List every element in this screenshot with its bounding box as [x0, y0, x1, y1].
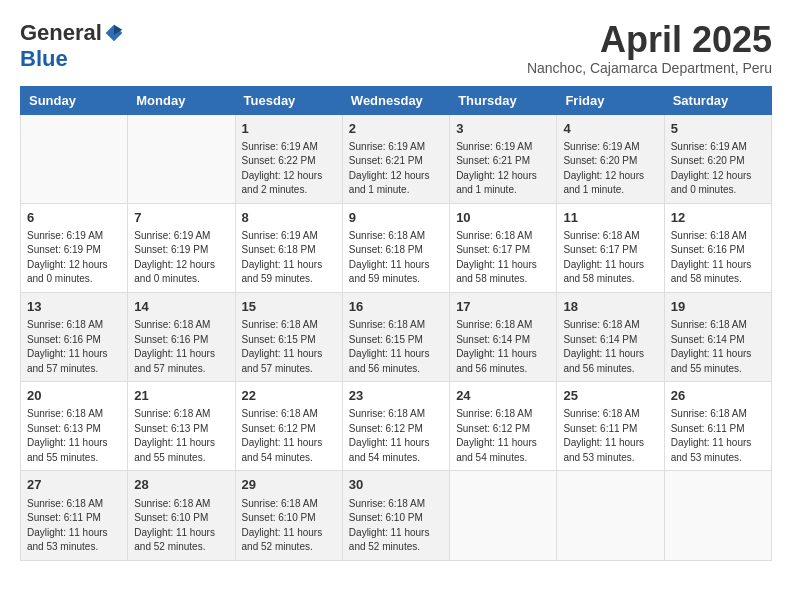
calendar-cell: 24Sunrise: 6:18 AM Sunset: 6:12 PM Dayli…: [450, 382, 557, 471]
logo-general-text: General: [20, 20, 102, 46]
day-info: Sunrise: 6:18 AM Sunset: 6:16 PM Dayligh…: [671, 229, 765, 287]
day-info: Sunrise: 6:18 AM Sunset: 6:11 PM Dayligh…: [563, 407, 657, 465]
calendar-cell: 17Sunrise: 6:18 AM Sunset: 6:14 PM Dayli…: [450, 292, 557, 381]
day-number: 3: [456, 120, 550, 138]
weekday-header-monday: Monday: [128, 86, 235, 114]
calendar-cell: 27Sunrise: 6:18 AM Sunset: 6:11 PM Dayli…: [21, 471, 128, 560]
calendar-cell: 8Sunrise: 6:19 AM Sunset: 6:18 PM Daylig…: [235, 203, 342, 292]
day-info: Sunrise: 6:18 AM Sunset: 6:12 PM Dayligh…: [242, 407, 336, 465]
day-info: Sunrise: 6:18 AM Sunset: 6:18 PM Dayligh…: [349, 229, 443, 287]
calendar-week-row: 27Sunrise: 6:18 AM Sunset: 6:11 PM Dayli…: [21, 471, 772, 560]
day-number: 20: [27, 387, 121, 405]
location-title: Nanchoc, Cajamarca Department, Peru: [527, 60, 772, 76]
day-number: 18: [563, 298, 657, 316]
day-number: 4: [563, 120, 657, 138]
calendar-cell: 25Sunrise: 6:18 AM Sunset: 6:11 PM Dayli…: [557, 382, 664, 471]
day-info: Sunrise: 6:19 AM Sunset: 6:19 PM Dayligh…: [27, 229, 121, 287]
day-number: 8: [242, 209, 336, 227]
day-info: Sunrise: 6:19 AM Sunset: 6:20 PM Dayligh…: [563, 140, 657, 198]
calendar-cell: [128, 114, 235, 203]
day-info: Sunrise: 6:18 AM Sunset: 6:10 PM Dayligh…: [134, 497, 228, 555]
calendar-cell: 29Sunrise: 6:18 AM Sunset: 6:10 PM Dayli…: [235, 471, 342, 560]
day-info: Sunrise: 6:18 AM Sunset: 6:13 PM Dayligh…: [27, 407, 121, 465]
logo: General Blue: [20, 20, 124, 72]
header: General Blue April 2025 Nanchoc, Cajamar…: [20, 20, 772, 76]
calendar-table: SundayMondayTuesdayWednesdayThursdayFrid…: [20, 86, 772, 561]
day-number: 6: [27, 209, 121, 227]
calendar-cell: 4Sunrise: 6:19 AM Sunset: 6:20 PM Daylig…: [557, 114, 664, 203]
calendar-cell: 12Sunrise: 6:18 AM Sunset: 6:16 PM Dayli…: [664, 203, 771, 292]
day-info: Sunrise: 6:18 AM Sunset: 6:11 PM Dayligh…: [671, 407, 765, 465]
day-info: Sunrise: 6:18 AM Sunset: 6:14 PM Dayligh…: [563, 318, 657, 376]
weekday-header-thursday: Thursday: [450, 86, 557, 114]
calendar-cell: 2Sunrise: 6:19 AM Sunset: 6:21 PM Daylig…: [342, 114, 449, 203]
day-info: Sunrise: 6:18 AM Sunset: 6:13 PM Dayligh…: [134, 407, 228, 465]
calendar-cell: 1Sunrise: 6:19 AM Sunset: 6:22 PM Daylig…: [235, 114, 342, 203]
day-info: Sunrise: 6:18 AM Sunset: 6:15 PM Dayligh…: [242, 318, 336, 376]
calendar-week-row: 1Sunrise: 6:19 AM Sunset: 6:22 PM Daylig…: [21, 114, 772, 203]
calendar-cell: 22Sunrise: 6:18 AM Sunset: 6:12 PM Dayli…: [235, 382, 342, 471]
calendar-cell: 14Sunrise: 6:18 AM Sunset: 6:16 PM Dayli…: [128, 292, 235, 381]
day-info: Sunrise: 6:19 AM Sunset: 6:21 PM Dayligh…: [456, 140, 550, 198]
calendar-cell: 9Sunrise: 6:18 AM Sunset: 6:18 PM Daylig…: [342, 203, 449, 292]
calendar-cell: 6Sunrise: 6:19 AM Sunset: 6:19 PM Daylig…: [21, 203, 128, 292]
calendar-cell: 11Sunrise: 6:18 AM Sunset: 6:17 PM Dayli…: [557, 203, 664, 292]
calendar-cell: 28Sunrise: 6:18 AM Sunset: 6:10 PM Dayli…: [128, 471, 235, 560]
calendar-header-row: SundayMondayTuesdayWednesdayThursdayFrid…: [21, 86, 772, 114]
day-info: Sunrise: 6:18 AM Sunset: 6:12 PM Dayligh…: [349, 407, 443, 465]
calendar-cell: 30Sunrise: 6:18 AM Sunset: 6:10 PM Dayli…: [342, 471, 449, 560]
day-number: 11: [563, 209, 657, 227]
weekday-header-wednesday: Wednesday: [342, 86, 449, 114]
day-info: Sunrise: 6:18 AM Sunset: 6:16 PM Dayligh…: [27, 318, 121, 376]
day-info: Sunrise: 6:18 AM Sunset: 6:14 PM Dayligh…: [671, 318, 765, 376]
day-info: Sunrise: 6:19 AM Sunset: 6:19 PM Dayligh…: [134, 229, 228, 287]
calendar-cell: [21, 114, 128, 203]
logo-blue-text: Blue: [20, 46, 68, 72]
calendar-cell: [664, 471, 771, 560]
day-number: 24: [456, 387, 550, 405]
day-info: Sunrise: 6:18 AM Sunset: 6:10 PM Dayligh…: [349, 497, 443, 555]
calendar-body: 1Sunrise: 6:19 AM Sunset: 6:22 PM Daylig…: [21, 114, 772, 560]
day-info: Sunrise: 6:18 AM Sunset: 6:16 PM Dayligh…: [134, 318, 228, 376]
calendar-cell: 16Sunrise: 6:18 AM Sunset: 6:15 PM Dayli…: [342, 292, 449, 381]
day-info: Sunrise: 6:19 AM Sunset: 6:22 PM Dayligh…: [242, 140, 336, 198]
day-number: 19: [671, 298, 765, 316]
month-title: April 2025: [527, 20, 772, 60]
day-number: 26: [671, 387, 765, 405]
day-number: 21: [134, 387, 228, 405]
day-number: 29: [242, 476, 336, 494]
day-number: 5: [671, 120, 765, 138]
calendar-cell: 21Sunrise: 6:18 AM Sunset: 6:13 PM Dayli…: [128, 382, 235, 471]
day-info: Sunrise: 6:18 AM Sunset: 6:11 PM Dayligh…: [27, 497, 121, 555]
day-number: 10: [456, 209, 550, 227]
weekday-header-friday: Friday: [557, 86, 664, 114]
day-number: 17: [456, 298, 550, 316]
calendar-cell: 15Sunrise: 6:18 AM Sunset: 6:15 PM Dayli…: [235, 292, 342, 381]
day-info: Sunrise: 6:19 AM Sunset: 6:18 PM Dayligh…: [242, 229, 336, 287]
calendar-cell: [557, 471, 664, 560]
day-number: 25: [563, 387, 657, 405]
day-info: Sunrise: 6:18 AM Sunset: 6:17 PM Dayligh…: [563, 229, 657, 287]
calendar-cell: 23Sunrise: 6:18 AM Sunset: 6:12 PM Dayli…: [342, 382, 449, 471]
calendar-cell: 13Sunrise: 6:18 AM Sunset: 6:16 PM Dayli…: [21, 292, 128, 381]
calendar-cell: [450, 471, 557, 560]
day-number: 30: [349, 476, 443, 494]
calendar-cell: 18Sunrise: 6:18 AM Sunset: 6:14 PM Dayli…: [557, 292, 664, 381]
calendar-cell: 7Sunrise: 6:19 AM Sunset: 6:19 PM Daylig…: [128, 203, 235, 292]
day-number: 28: [134, 476, 228, 494]
calendar-cell: 20Sunrise: 6:18 AM Sunset: 6:13 PM Dayli…: [21, 382, 128, 471]
calendar-cell: 3Sunrise: 6:19 AM Sunset: 6:21 PM Daylig…: [450, 114, 557, 203]
day-number: 27: [27, 476, 121, 494]
logo-icon: [104, 23, 124, 43]
calendar-cell: 10Sunrise: 6:18 AM Sunset: 6:17 PM Dayli…: [450, 203, 557, 292]
calendar-week-row: 13Sunrise: 6:18 AM Sunset: 6:16 PM Dayli…: [21, 292, 772, 381]
day-info: Sunrise: 6:19 AM Sunset: 6:20 PM Dayligh…: [671, 140, 765, 198]
day-number: 16: [349, 298, 443, 316]
day-number: 22: [242, 387, 336, 405]
day-number: 9: [349, 209, 443, 227]
day-number: 23: [349, 387, 443, 405]
day-number: 15: [242, 298, 336, 316]
calendar-week-row: 6Sunrise: 6:19 AM Sunset: 6:19 PM Daylig…: [21, 203, 772, 292]
weekday-header-sunday: Sunday: [21, 86, 128, 114]
day-number: 12: [671, 209, 765, 227]
